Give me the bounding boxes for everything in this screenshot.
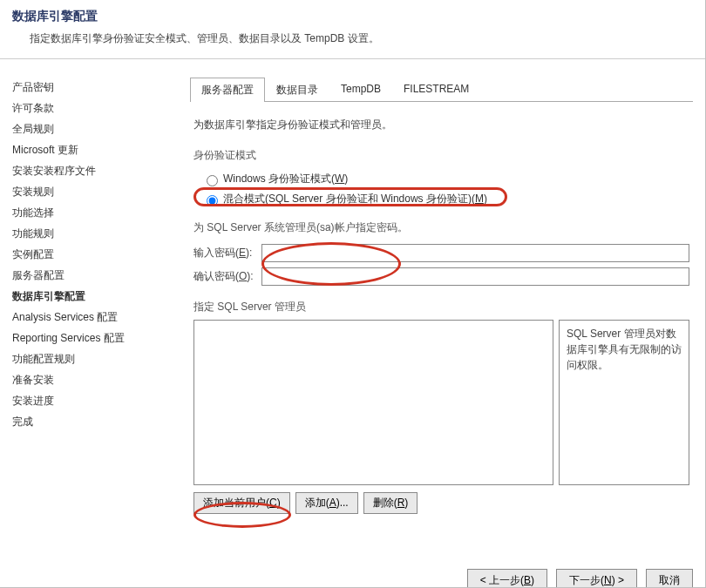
sidebar-step-item[interactable]: 安装安装程序文件 — [12, 160, 171, 181]
page-title: 数据库引擎配置 — [12, 9, 693, 24]
password-input[interactable] — [261, 244, 689, 262]
auth-mode-groupbox: 身份验证模式 — [193, 148, 689, 163]
radio-mixed-input[interactable] — [207, 195, 218, 206]
server-config-panel: 为数据库引擎指定身份验证模式和管理员。 身份验证模式 Windows 身份验证模… — [190, 102, 693, 557]
wizard-footer: < 上一步(B) 下一步(N) > 取消 — [190, 557, 693, 588]
sidebar-step-item[interactable]: 安装规则 — [12, 181, 171, 202]
password-label: 输入密码(E): — [193, 246, 261, 260]
page-header: 数据库引擎配置 指定数据库引擎身份验证安全模式、管理员、数据目录以及 TempD… — [0, 0, 705, 59]
panel-intro: 为数据库引擎指定身份验证模式和管理员。 — [193, 118, 689, 132]
tab-FILESTREAM[interactable]: FILESTREAM — [392, 78, 480, 102]
page-subtitle: 指定数据库引擎身份验证安全模式、管理员、数据目录以及 TempDB 设置。 — [30, 31, 693, 46]
auth-mode-mixed-radio[interactable]: 混合模式(SQL Server 身份验证和 Windows 身份验证)(M) — [202, 192, 689, 206]
sa-password-group-label: 为 SQL Server 系统管理员(sa)帐户指定密码。 — [193, 220, 689, 235]
sidebar-step-item[interactable]: Reporting Services 配置 — [12, 328, 171, 348]
sidebar-step-item[interactable]: 产品密钥 — [12, 77, 171, 98]
step-sidebar: 产品密钥许可条款全局规则Microsoft 更新安装安装程序文件安装规则功能选择… — [0, 59, 183, 588]
admins-listbox[interactable] — [193, 320, 553, 485]
tab-TempDB[interactable]: TempDB — [329, 78, 392, 102]
next-button[interactable]: 下一步(N) > — [556, 569, 637, 588]
radio-windows-input[interactable] — [207, 175, 218, 186]
sidebar-step-item[interactable]: 功能规则 — [12, 223, 171, 244]
sidebar-step-item[interactable]: 数据库引擎配置 — [12, 286, 171, 307]
admins-description: SQL Server 管理员对数据库引擎具有无限制的访问权限。 — [559, 320, 689, 485]
tab-数据目录[interactable]: 数据目录 — [265, 78, 329, 102]
confirm-password-label: 确认密码(O): — [193, 269, 261, 284]
sidebar-step-item[interactable]: 服务器配置 — [12, 265, 171, 286]
sidebar-step-item[interactable]: 许可条款 — [12, 98, 171, 118]
tab-服务器配置[interactable]: 服务器配置 — [190, 78, 265, 102]
sidebar-step-item[interactable]: 功能选择 — [12, 202, 171, 223]
sidebar-step-item[interactable]: Microsoft 更新 — [12, 139, 171, 160]
sidebar-step-item[interactable]: 完成 — [12, 411, 171, 432]
sidebar-step-item[interactable]: 准备安装 — [12, 369, 171, 390]
sidebar-step-item[interactable]: 安装进度 — [12, 390, 171, 411]
confirm-password-input[interactable] — [261, 267, 689, 286]
auth-mode-windows-radio[interactable]: Windows 身份验证模式(W) — [202, 172, 689, 186]
sidebar-step-item[interactable]: 全局规则 — [12, 118, 171, 139]
radio-mixed-label: 混合模式(SQL Server 身份验证和 Windows 身份验证)(M) — [223, 192, 487, 206]
admins-group-label: 指定 SQL Server 管理员 — [193, 300, 689, 314]
radio-windows-label: Windows 身份验证模式(W) — [223, 172, 348, 186]
add-button[interactable]: 添加(A)... — [295, 492, 358, 514]
sidebar-step-item[interactable]: Analysis Services 配置 — [12, 307, 171, 328]
sidebar-step-item[interactable]: 功能配置规则 — [12, 348, 171, 369]
remove-button[interactable]: 删除(R) — [363, 492, 418, 514]
main-panel: 服务器配置数据目录TempDBFILESTREAM 为数据库引擎指定身份验证模式… — [183, 59, 705, 588]
cancel-button[interactable]: 取消 — [646, 569, 693, 588]
back-button[interactable]: < 上一步(B) — [467, 569, 547, 588]
tabstrip: 服务器配置数据目录TempDBFILESTREAM — [190, 77, 693, 102]
add-current-user-button[interactable]: 添加当前用户(C) — [193, 492, 290, 514]
sidebar-step-item[interactable]: 实例配置 — [12, 244, 171, 265]
